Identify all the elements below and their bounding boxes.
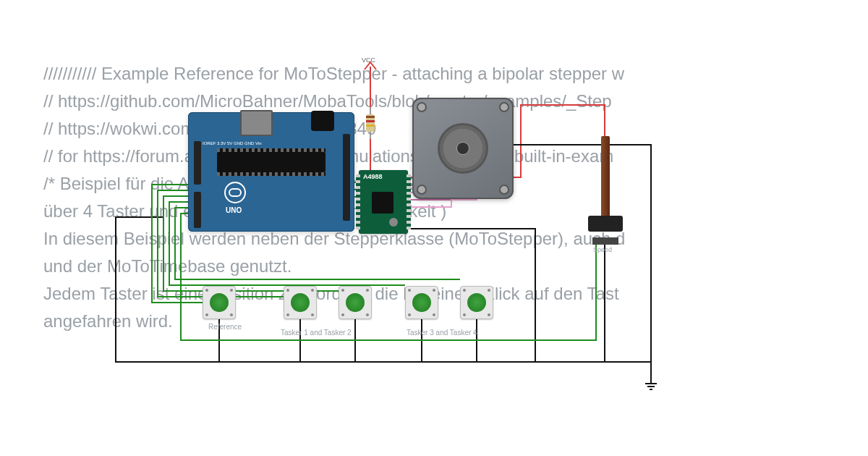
code-line: In diesem Beispiel werden neben der Step…	[43, 226, 868, 252]
code-line: /* Beispiel für die Ansteuerung eines bi…	[43, 171, 868, 197]
code-line: Jedem Taster ist eine Position zugeordne…	[43, 281, 868, 307]
code-line: // for https://forum.arduino.cc/t/wokwi-…	[43, 143, 868, 169]
code-line: // https://wokwi.com/projects/410122 668…	[43, 116, 868, 142]
source-code-overlay: /////////// Example Reference for MoToSt…	[43, 61, 868, 336]
code-line: angefahren wird.	[43, 308, 868, 334]
code-line: und der MoToTimebase genutzt.	[43, 253, 868, 279]
code-line: /////////// Example Reference for MoToSt…	[43, 61, 868, 87]
code-line: über 4 Taster und ein Poti ( für die Ges…	[43, 198, 868, 224]
code-line: // https://github.com/MicroBahner/MobaTo…	[43, 88, 868, 114]
